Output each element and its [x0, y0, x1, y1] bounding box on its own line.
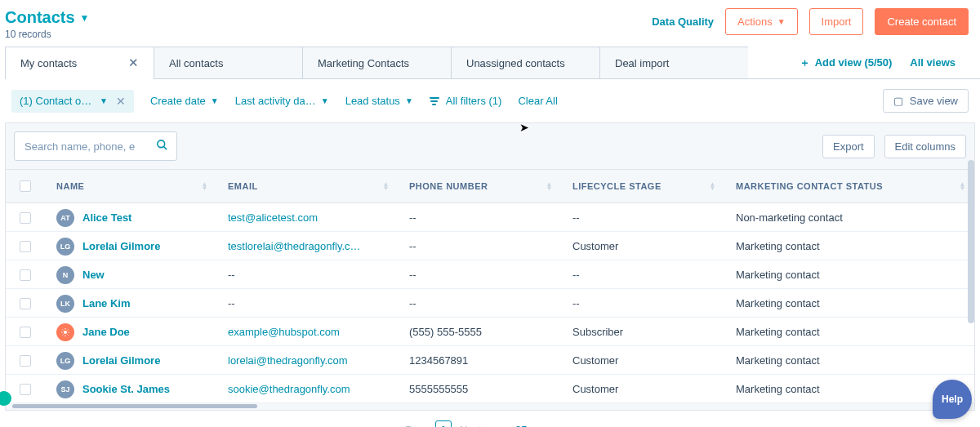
lifecycle-cell: -- [561, 203, 724, 232]
row-checkbox[interactable] [20, 355, 31, 367]
email-link[interactable]: testlorelai@thedragonfly.c… [228, 240, 361, 252]
marketing-status-cell: Marketing contact [724, 232, 974, 260]
lifecycle-cell: Customer [561, 375, 724, 403]
tab-all-contacts[interactable]: All contacts [154, 47, 302, 78]
vertical-scrollbar[interactable] [966, 131, 974, 343]
email-link[interactable]: lorelai@thedragonfly.com [228, 354, 348, 367]
tab-label: Marketing Contacts [318, 57, 409, 69]
view-tabs: My contacts✕All contactsMarketing Contac… [5, 47, 980, 79]
table-row: Jane Doeexample@hubspot.com(555) 555-555… [6, 318, 974, 346]
remove-filter-icon[interactable]: ✕ [116, 95, 126, 108]
email-link[interactable]: example@hubspot.com [228, 326, 340, 338]
close-tab-icon[interactable]: ✕ [128, 56, 139, 70]
caret-down-icon: ▼ [80, 12, 90, 24]
tab-my-contacts[interactable]: My contacts✕ [5, 47, 154, 78]
save-view-button[interactable]: ▢ Save view [883, 89, 969, 113]
select-all-checkbox[interactable] [20, 180, 31, 192]
column-header-lifecycle[interactable]: LIFECYCLE STAGE [572, 181, 662, 191]
page-number[interactable]: 1 [435, 420, 452, 427]
contact-name-link[interactable]: LGLorelai Gilmore [56, 352, 160, 370]
caret-down-icon: ▼ [321, 96, 329, 105]
prev-page-label[interactable]: Prev [405, 424, 427, 428]
caret-down-icon: ▼ [100, 96, 108, 105]
tab-label: Deal import [615, 57, 669, 69]
create-contact-button[interactable]: Create contact [875, 8, 969, 35]
caret-down-icon: ▼ [405, 96, 413, 105]
next-page-chevron[interactable]: › [490, 422, 494, 427]
row-checkbox[interactable] [20, 241, 31, 252]
clear-all-link[interactable]: Clear All [518, 95, 557, 107]
tab-unassigned-contacts[interactable]: Unassigned contacts [451, 47, 599, 78]
filter-lead-status[interactable]: Lead status▼ [345, 95, 413, 107]
phone-cell: 1234567891 [398, 346, 561, 375]
row-checkbox[interactable] [20, 327, 31, 338]
search-input-wrapper [14, 131, 177, 161]
per-page-dropdown[interactable]: 25 per page▼ [515, 424, 587, 428]
svg-point-0 [158, 140, 165, 148]
row-checkbox[interactable] [20, 298, 31, 309]
contact-name-link[interactable]: LKLane Kim [56, 295, 131, 313]
next-page-label[interactable]: Next [460, 424, 482, 428]
object-switcher[interactable]: Contacts ▼ [5, 8, 89, 27]
column-header-email[interactable]: EMAIL [228, 181, 258, 191]
avatar: LK [56, 295, 74, 313]
sort-icon[interactable]: ▲▼ [202, 182, 208, 190]
phone-cell: -- [398, 289, 561, 318]
tab-label: Unassigned contacts [466, 57, 565, 69]
marketing-status-cell: Non-marketing contact [724, 203, 974, 232]
search-input[interactable] [23, 140, 156, 153]
contact-name-link[interactable]: LGLorelai Gilmore [56, 238, 160, 256]
column-header-name[interactable]: NAME [56, 181, 84, 191]
all-views-link[interactable]: All views [910, 56, 956, 69]
sort-icon[interactable]: ▲▼ [383, 182, 390, 190]
email-link[interactable]: test@alicetest.com [228, 211, 318, 224]
actions-button[interactable]: Actions▼ [725, 8, 798, 35]
table-row: LGLorelai Gilmoretestlorelai@thedragonfl… [6, 232, 974, 260]
column-header-phone[interactable]: PHONE NUMBER [409, 181, 488, 191]
horizontal-scrollbar[interactable] [6, 403, 974, 410]
all-filters-link[interactable]: All filters (1) [430, 95, 502, 107]
contact-name-link[interactable]: ATAlice Test [56, 209, 131, 227]
prev-page-chevron[interactable]: ‹ [393, 422, 397, 427]
email-link[interactable]: sookie@thedragonfly.com [228, 383, 350, 395]
caret-down-icon: ▼ [211, 96, 219, 105]
avatar: AT [56, 209, 74, 227]
avatar: SJ [56, 380, 74, 398]
filter-icon [430, 97, 439, 105]
lifecycle-cell: -- [561, 260, 724, 289]
filter-last-activity[interactable]: Last activity da…▼ [235, 95, 329, 107]
import-button[interactable]: Import [809, 8, 864, 35]
page-title: Contacts [5, 8, 75, 27]
tab-marketing-contacts[interactable]: Marketing Contacts [302, 47, 451, 78]
edit-columns-button[interactable]: Edit columns [884, 135, 966, 158]
row-checkbox[interactable] [20, 269, 31, 281]
contact-name-link[interactable]: SJSookie St. James [56, 380, 170, 398]
export-button[interactable]: Export [822, 135, 875, 158]
lifecycle-cell: Customer [561, 346, 724, 375]
tab-label: All contacts [169, 57, 223, 69]
phone-cell: 5555555555 [398, 375, 561, 403]
table-row: ATAlice Testtest@alicetest.com----Non-ma… [6, 203, 974, 232]
contact-name-link[interactable]: NNew [56, 266, 105, 284]
lifecycle-cell: Subscriber [561, 318, 724, 346]
row-checkbox[interactable] [20, 212, 31, 224]
column-header-marketing[interactable]: MARKETING CONTACT STATUS [736, 181, 883, 191]
add-view-button[interactable]: ＋ Add view (5/50) [800, 56, 893, 70]
contact-name-link[interactable]: Jane Doe [56, 323, 130, 341]
plus-icon: ＋ [800, 56, 810, 70]
filter-chip-contact-owner[interactable]: (1) Contact ow… ▼ ✕ [11, 90, 134, 113]
search-icon[interactable] [156, 139, 168, 153]
help-button[interactable]: Help [933, 380, 972, 419]
tab-label: My contacts [20, 57, 77, 69]
sort-icon[interactable]: ▲▼ [960, 182, 966, 190]
save-icon: ▢ [893, 95, 903, 107]
sort-icon[interactable]: ▲▼ [546, 182, 553, 190]
tab-deal-import[interactable]: Deal import [599, 47, 748, 78]
filter-create-date[interactable]: Create date▼ [150, 95, 219, 107]
lifecycle-cell: -- [561, 289, 724, 318]
data-quality-link[interactable]: Data Quality [652, 16, 714, 28]
row-checkbox[interactable] [20, 384, 31, 395]
sort-icon[interactable]: ▲▼ [710, 182, 716, 190]
phone-cell: -- [398, 232, 561, 260]
phone-cell: (555) 555-5555 [398, 318, 561, 346]
